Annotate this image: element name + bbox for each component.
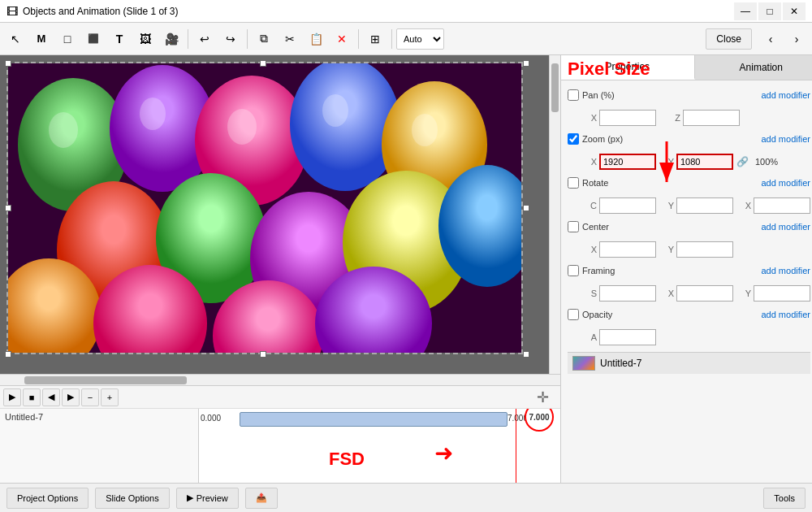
image-tool-button[interactable]: 🖼 [133,27,158,51]
grid-button[interactable]: ⊞ [363,27,387,51]
pan-z-input[interactable] [683,110,740,126]
slide-options-button[interactable]: Slide Options [95,488,169,509]
redo-button[interactable]: ↪ [218,27,243,51]
close-button-toolbar[interactable]: Close [706,28,752,50]
track-area[interactable]: 0.000 7.000 7.000 FSD ➜ [199,409,560,483]
prev-button[interactable]: ◀ [42,388,60,406]
window-title: Objects and Animation (Slide 1 of 3) [23,6,734,17]
selection-handle-tm[interactable] [260,60,266,67]
move-tool-button[interactable]: M [29,27,54,51]
framing-s-input[interactable] [599,285,656,302]
tab-animation[interactable]: Animation [695,55,813,80]
video-tool-button[interactable]: 🎥 [159,27,184,51]
preview-label: Preview [197,493,228,503]
pan-x-input[interactable] [599,110,656,126]
main-area: ▶ ■ ◀ ▶ − + ✛ Untitled-7 0.000 7.000 [0,55,812,483]
undo-button[interactable]: ↩ [192,27,217,51]
canvas-main [0,55,560,374]
pan-fields: X Z [568,110,810,126]
center-checkbox[interactable] [568,221,579,232]
selection-handle-ml[interactable] [5,205,11,211]
zoom-y-input[interactable] [676,154,733,170]
center-x-label: X [582,245,597,254]
tools-button[interactable]: Tools [763,488,806,509]
minimize-button[interactable]: — [734,2,757,20]
selection-handle-mr[interactable] [523,205,529,211]
rotate-checkbox[interactable] [568,177,579,189]
pan-row: Pan (%) add modifier [568,85,810,105]
delete-button[interactable]: ✕ [330,27,354,51]
toolbar-separator-4 [391,29,392,49]
select-tool-button[interactable]: ↖ [3,27,28,51]
framing-add-modifier[interactable]: add modifier [761,266,810,276]
canvas-body[interactable] [0,55,549,374]
rect-tool-button[interactable]: □ [55,27,80,51]
time-marker [516,409,516,483]
opacity-add-modifier[interactable]: add modifier [761,310,810,319]
panel-left-button[interactable]: ‹ [758,27,783,51]
framing-fields: S X Y [568,285,810,302]
center-add-modifier[interactable]: add modifier [761,222,810,232]
pan-x-label: X [582,113,597,123]
track-bar[interactable] [240,412,508,427]
rotate-fields: C Y X [568,197,810,214]
opacity-fields: A [568,329,810,345]
rotate-y-input[interactable] [676,197,733,214]
stop-button[interactable]: ■ [23,388,41,406]
zoom-out-button[interactable]: − [81,388,99,406]
rotate-label: Rotate [582,178,627,188]
rotate-add-modifier[interactable]: add modifier [761,178,810,188]
zoom-fields: X Y 🔗 100% [568,154,810,170]
zoom-checkbox[interactable] [568,133,579,145]
selection-handle-bm[interactable] [260,351,266,358]
cut-button[interactable]: ✂ [278,27,302,51]
opacity-a-input[interactable] [599,329,656,345]
paste-button[interactable]: 📋 [304,27,328,51]
project-options-button[interactable]: Project Options [6,488,89,509]
close-button[interactable]: ✕ [783,2,806,20]
zoom-in-button[interactable]: + [101,388,119,406]
canvas-horizontal-scrollbar[interactable] [0,374,560,385]
center-x-input[interactable] [599,241,656,258]
properties-panel: Pixel Size Properties Animation [560,55,812,483]
next-button[interactable]: ▶ [62,388,80,406]
zoom-label: Zoom (px) [582,134,627,144]
selection-handle-br[interactable] [523,351,529,358]
framing-x-input[interactable] [676,285,733,302]
move-icon[interactable]: ✛ [537,388,549,406]
pan-add-modifier[interactable]: add modifier [761,90,810,100]
play-button[interactable]: ▶ [3,388,21,406]
copy-button[interactable]: ⧉ [252,27,276,51]
caption-tool-button[interactable]: ⬛ [81,27,106,51]
publish-button[interactable]: 📤 [245,488,278,509]
canvas-vertical-scrollbar[interactable] [549,55,560,374]
rotate-x-label: X [736,201,751,210]
selection-handle-tr[interactable] [523,60,529,67]
panel-right-button[interactable]: › [784,27,809,51]
maximize-button[interactable]: □ [758,2,781,20]
svg-point-19 [412,114,438,146]
tab-properties[interactable]: Properties [561,55,695,80]
timeline-controls: ▶ ■ ◀ ▶ − + ✛ [0,386,560,409]
toolbar-separator-3 [358,29,359,49]
framing-y-input[interactable] [754,285,810,302]
text-tool-button[interactable]: T [107,27,132,51]
center-y-input[interactable] [676,241,733,258]
zoom-x-input[interactable] [599,154,656,170]
zoom-dropdown[interactable]: Auto 100% 75% 50% [396,28,444,50]
selection-handle-bl[interactable] [5,351,11,358]
framing-checkbox[interactable] [568,265,579,276]
rotate-x-input[interactable] [754,197,810,214]
app-icon: 🎞 [6,5,18,18]
zoom-add-modifier[interactable]: add modifier [761,134,810,144]
preview-button[interactable]: ▶ Preview [176,488,239,509]
opacity-row: Opacity add modifier [568,305,810,324]
rotate-c-input[interactable] [599,197,656,214]
opacity-checkbox[interactable] [568,309,579,320]
chain-icon: 🔗 [736,156,749,167]
rotate-c-label: C [582,201,597,210]
pan-checkbox[interactable] [568,89,579,101]
pan-z-label: Z [666,113,680,123]
selection-handle-tl[interactable] [5,60,11,67]
end-time-circle: 7.000 [525,409,554,432]
